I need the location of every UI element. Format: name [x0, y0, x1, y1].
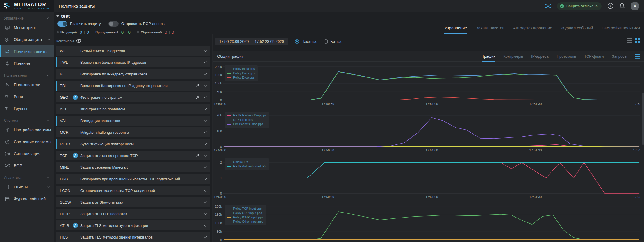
chart-tab-контрмеры[interactable]: Контрмеры [503, 51, 523, 62]
chart-legend[interactable]: Policy TCP Input ppsPolicy UDP Input pps… [225, 205, 266, 225]
legend-item[interactable]: Policy Pass pps [227, 71, 255, 75]
legend-item[interactable]: RETR Authenticated IPs [227, 164, 266, 169]
chart-4[interactable]: 050k100k150k200k17:50:0017:50:3017:51:00… [213, 202, 644, 242]
avatar[interactable]: A [631, 2, 639, 10]
chevron-down-icon[interactable] [204, 96, 207, 98]
countermeasure-row-tcp[interactable]: TCPAЗащита от атак на протокол TCP [56, 151, 210, 160]
sidebar-section-label[interactable]: Пользователи [0, 69, 54, 79]
countermeasure-row-crb[interactable]: CRBБлокировка при превышении частоты TCP… [56, 174, 210, 184]
sidebar-item-user[interactable]: Пользователи [0, 79, 54, 91]
chevron-down-icon[interactable] [204, 190, 207, 192]
chart-legend[interactable]: Unique IPsRETR Authenticated IPs [225, 158, 269, 170]
chart-tab-запросы[interactable]: Запросы [612, 51, 627, 62]
chart-2[interactable]: 010k20k17:50:0017:50:3017:51:0017:51:301… [213, 108, 644, 155]
unit-radio-option[interactable]: Биты/с [324, 39, 342, 44]
policy-tab-управление[interactable]: Управление [444, 26, 467, 34]
chevron-down-icon[interactable] [204, 61, 207, 63]
countermeasure-row-retr[interactable]: RETRАутентификация повторением [56, 139, 210, 149]
chevron-down-icon[interactable] [204, 166, 207, 168]
pin-icon[interactable] [196, 154, 199, 158]
chart-tab-трафик[interactable]: Трафик [482, 51, 495, 62]
countermeasure-row-bl[interactable]: BLБлокировка по IP-адресу отправителя [56, 69, 210, 79]
policy-title[interactable]: test [56, 13, 70, 19]
sidebar-item-policy[interactable]: Политики защиты [0, 45, 54, 57]
legend-item[interactable]: Policy Other Input pps [227, 220, 263, 224]
chevron-down-icon[interactable] [204, 155, 207, 157]
sidebar-item-rules[interactable]: Правила [0, 57, 54, 69]
policy-tab-настройки-политики[interactable]: Настройки политики [602, 26, 640, 34]
countermeasure-row-lcon[interactable]: LCONОграничение количества TCP-соединени… [56, 186, 210, 195]
legend-item[interactable]: RETR Packets Drop pps [227, 113, 266, 118]
protect-switch[interactable] [57, 21, 67, 27]
eye-off-icon[interactable] [76, 39, 81, 43]
bell-icon[interactable] [619, 3, 625, 9]
countermeasure-row-twl[interactable]: TWLВременный белый список IP-адресов [56, 57, 210, 67]
radio-icon[interactable] [295, 39, 299, 44]
countermeasure-row-atls[interactable]: ATLSAЗащита TLS методом аутентификации [56, 220, 210, 230]
chart-3[interactable]: 01217:50:0017:50:3017:51:0017:51:3017:52… [213, 155, 644, 202]
chart-tab-tcp-флаги[interactable]: TCP-флаги [584, 51, 604, 62]
sidebar-item-antenna[interactable]: Сигнализация [0, 148, 54, 160]
chevron-down-icon[interactable] [204, 85, 207, 87]
bgp-toggle[interactable]: Отправлять BGP-анонсы [108, 21, 165, 27]
chevron-down-icon[interactable] [204, 73, 207, 75]
sidebar-section-label[interactable]: Система [0, 114, 54, 124]
sidebar-item-report[interactable]: Отчеты [0, 181, 54, 193]
list-view-icon[interactable] [627, 38, 632, 43]
countermeasure-row-slow[interactable]: SLOWЗащита от Slowloris атак [56, 197, 210, 207]
chevron-down-icon[interactable] [204, 201, 207, 203]
policy-tab-захват-пакетов[interactable]: Захват пакетов [476, 26, 504, 34]
radio-icon[interactable] [324, 39, 328, 44]
countermeasure-row-acl[interactable]: ACLФильтрация по правилам [56, 104, 210, 114]
chart-tab-протоколы[interactable]: Протоколы [557, 51, 576, 62]
sidebar-item-bgp[interactable]: BGP [0, 160, 54, 172]
pin-icon[interactable] [196, 96, 199, 99]
countermeasure-row-geo[interactable]: GEOAФильтрация по странам [56, 92, 210, 102]
charts-scrollbar[interactable] [642, 93, 644, 145]
sidebar-item-monitor[interactable]: Мониторинг [0, 22, 54, 33]
chevron-down-icon[interactable] [204, 50, 207, 52]
chevron-down-icon[interactable] [204, 236, 207, 238]
countermeasure-row-val[interactable]: VALВалидация заголовков [56, 116, 210, 126]
grid-view-icon[interactable] [635, 38, 640, 43]
chevron-down-icon[interactable] [204, 108, 207, 110]
countermeasure-row-http[interactable]: HTTPЗащита от HTTP flood атак [56, 209, 210, 219]
legend-item[interactable]: Policy Input pps [227, 67, 255, 71]
sidebar-item-gauge[interactable]: Состояние системы [0, 136, 54, 148]
legend-item[interactable]: Unique IPs [227, 160, 266, 164]
sidebar-item-gear[interactable]: Настройка системы [0, 124, 54, 136]
policy-tab-автодетектирование[interactable]: Автодетектирование [513, 26, 552, 34]
chevron-down-icon[interactable] [204, 225, 207, 227]
chart-legend[interactable]: RETR Packets Drop ppsREX Drop ppsLIM Pac… [225, 112, 269, 128]
legend-item[interactable]: Policy ICMP Input pps [227, 215, 263, 220]
chevron-down-icon[interactable] [204, 131, 207, 133]
chevron-down-icon[interactable] [204, 213, 207, 215]
sidebar-item-shield-group[interactable]: Общая защита [0, 33, 54, 45]
legend-item[interactable]: Policy TCP Input pps [227, 206, 263, 211]
chart-legend[interactable]: Policy Input ppsPolicy Pass ppsPolicy Dr… [225, 65, 258, 81]
sidebar-item-calendar[interactable]: Журнал событий [0, 193, 54, 205]
sidebar-item-group[interactable]: Группы [0, 103, 54, 114]
legend-item[interactable]: LIM Packets Drop pps [227, 122, 266, 126]
protect-toggle[interactable]: Включить защиту [57, 21, 101, 27]
sidebar-item-mask[interactable]: Роли [0, 91, 54, 103]
legend-item[interactable]: Policy UDP Input pps [227, 211, 263, 215]
chevron-down-icon[interactable] [204, 143, 207, 145]
sidebar-section-label[interactable]: Управление [0, 12, 54, 22]
chevron-down-icon[interactable] [204, 178, 207, 180]
bgp-switch[interactable] [108, 21, 119, 27]
legend-item[interactable]: Policy Drop pps [227, 75, 255, 80]
chart-menu-icon[interactable] [635, 54, 640, 59]
countermeasure-row-wl[interactable]: WLБелый список IP-адресов [56, 46, 210, 56]
countermeasure-row-itls[interactable]: ITLSЗащита TLS методом оценки интервалов [56, 232, 210, 242]
pin-icon[interactable] [196, 84, 199, 88]
countermeasure-row-mine[interactable]: MINEЗащита серверов Minecraft [56, 162, 210, 172]
legend-item[interactable]: REX Drop pps [227, 118, 266, 122]
chart-1[interactable]: 050k100k150k200k17:50:0017:50:3017:51:00… [213, 62, 644, 108]
countermeasure-row-tbl[interactable]: TBLВременная блокировка по IP-адресу отп… [56, 81, 210, 91]
time-range-input[interactable]: 17:50 23.09.2020 — 17:52 23.09.2020 [215, 38, 288, 45]
chevron-down-icon[interactable] [204, 120, 207, 122]
policy-tab-журнал-событий[interactable]: Журнал событий [561, 26, 593, 34]
unit-radio-selected[interactable]: Пакеты/с [295, 39, 317, 44]
logo[interactable]: MITIGATOR DDOS PROTECTION [0, 0, 54, 12]
